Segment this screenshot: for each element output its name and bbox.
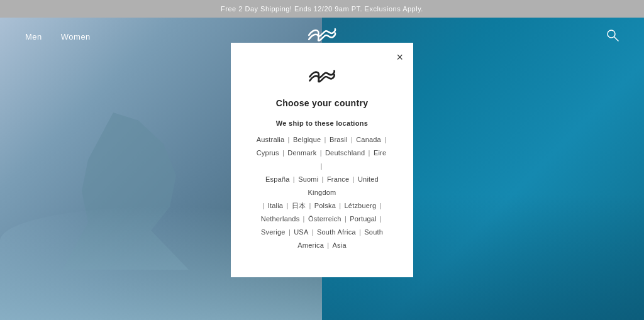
country-italia[interactable]: Italia	[268, 202, 283, 209]
modal-overlay: × Choose your country We ship to these l…	[0, 0, 644, 320]
country-denmark[interactable]: Denmark	[287, 149, 316, 157]
country-france[interactable]: France	[327, 175, 349, 183]
country-osterreich[interactable]: Österreich	[308, 215, 341, 223]
country-japan[interactable]: 日本	[292, 202, 306, 209]
country-deutschland[interactable]: Deutschland	[325, 149, 365, 157]
country-sverige[interactable]: Sverige	[261, 228, 286, 236]
modal-logo	[307, 68, 337, 88]
country-netherlands[interactable]: Netherlands	[261, 215, 300, 223]
country-eire[interactable]: Eire	[374, 149, 386, 157]
modal-close-button[interactable]: ×	[396, 52, 403, 63]
modal-title: Choose your country	[276, 98, 369, 108]
modal-billabong-logo-icon	[307, 68, 337, 86]
country-espana[interactable]: España	[265, 175, 290, 183]
country-suomi[interactable]: Suomi	[298, 175, 318, 183]
country-letzbuerg[interactable]: Létzbuerg	[345, 202, 377, 209]
country-usa[interactable]: USA	[294, 228, 308, 236]
modal-subtitle: We ship to these locations	[276, 119, 368, 127]
country-portugal[interactable]: Portugal	[350, 215, 377, 223]
country-list: Australia | Belgique | Brasil | Canada |…	[256, 133, 388, 251]
country-south-africa[interactable]: South Africa	[317, 228, 356, 236]
country-cyprus[interactable]: Cyprus	[257, 149, 279, 157]
country-canada[interactable]: Canada	[356, 136, 381, 143]
country-brasil[interactable]: Brasil	[330, 136, 348, 143]
country-belgique[interactable]: Belgique	[293, 136, 321, 143]
country-australia[interactable]: Australia	[257, 136, 285, 143]
country-polska[interactable]: Polska	[314, 202, 336, 209]
country-modal: × Choose your country We ship to these l…	[231, 43, 413, 277]
country-asia[interactable]: Asia	[333, 241, 347, 249]
